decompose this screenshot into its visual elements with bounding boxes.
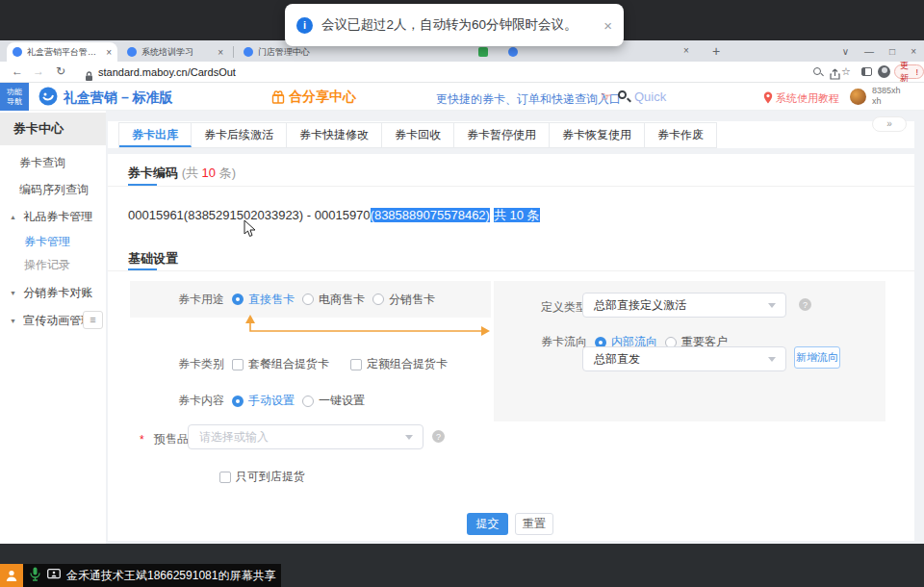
- minimize-icon[interactable]: —: [864, 46, 874, 57]
- main-tabs-group: 券卡出库 券卡后续激活 券卡快捷修改 券卡回收 券卡暂停使用 券卡恢复使用 券卡…: [118, 122, 717, 148]
- radio-selected-icon: [232, 294, 244, 305]
- checkbox-combo-pickup-card[interactable]: 套餐组合提货卡: [232, 356, 329, 372]
- tutorial-link[interactable]: 系统使用教程: [776, 91, 839, 106]
- pointer-finger-icon: ☞: [601, 89, 612, 104]
- flow-select[interactable]: 总部直发: [582, 346, 786, 371]
- url-text[interactable]: standard.maboy.cn/CardsOut: [98, 66, 236, 78]
- meeting-toast: 会议已超过2人，自动转为60分钟限时会议。 ×: [285, 4, 624, 46]
- radio-one-click-setup[interactable]: 一键设置: [302, 393, 365, 409]
- tab-card-quick-edit[interactable]: 券卡快捷修改: [287, 123, 382, 147]
- sidebar-item-operation-log[interactable]: 操作记录: [0, 257, 106, 273]
- share-icon[interactable]: [830, 66, 840, 84]
- sidebar-group-distribution-reconciliation[interactable]: ▼ 分销券卡对账: [0, 285, 106, 301]
- main-tabs-bar: 券卡出库 券卡后续激活 券卡快捷修改 券卡回收 券卡暂停使用 券卡恢复使用 券卡…: [108, 121, 914, 148]
- user-avatar[interactable]: [850, 89, 866, 105]
- hidden-tab-favicon[interactable]: [508, 47, 518, 57]
- count-number: 10: [202, 166, 216, 180]
- tab-favicon: [244, 47, 253, 57]
- microphone-icon[interactable]: [30, 567, 40, 585]
- tab-card-recycle[interactable]: 券卡回收: [382, 123, 454, 147]
- card-content-row: 券卡内容 手动设置 一键设置: [178, 393, 365, 409]
- maximize-icon[interactable]: □: [889, 46, 895, 57]
- chevron-down-icon: [768, 357, 776, 362]
- info-icon: [296, 17, 313, 34]
- sidebar-item-card-management[interactable]: 券卡管理: [0, 234, 106, 250]
- tab-card-suspend[interactable]: 券卡暂停使用: [454, 123, 550, 147]
- tab-close-icon[interactable]: ×: [683, 45, 689, 56]
- section-title-card-codes: 券卡编码 (共 10 条): [128, 165, 236, 182]
- chevron-down-icon: [405, 435, 413, 440]
- sidebar-group-gift-card-management[interactable]: ▲ 礼品券卡管理: [0, 209, 106, 225]
- tab-close-icon[interactable]: ×: [218, 47, 223, 58]
- checkbox-store-pickup-only[interactable]: 只可到店提货: [219, 469, 305, 485]
- zoom-icon[interactable]: [813, 67, 821, 75]
- app-title: 礼盒营销 – 标准版: [64, 89, 173, 107]
- tab-card-resume[interactable]: 券卡恢复使用: [550, 123, 645, 147]
- sidebar: 券卡中心 券卡查询 编码序列查询 ▲ 礼品券卡管理 券卡管理 操作记录 ▼ 分销…: [0, 111, 106, 544]
- card-usage-row: 券卡用途 直接售卡 电商售卡 分销售卡: [130, 281, 491, 318]
- submit-button[interactable]: 提交: [467, 513, 508, 535]
- sidebar-collapse-toggle[interactable]: ≡: [83, 311, 103, 329]
- tab-card-later-activation[interactable]: 券卡后续激活: [192, 123, 287, 147]
- screen-share-icon: [47, 567, 61, 584]
- share-center-link[interactable]: 合分享中心: [271, 89, 356, 106]
- quick-label[interactable]: Quick: [634, 89, 666, 104]
- checkbox-icon: [219, 472, 231, 483]
- quick-search-icon[interactable]: [618, 90, 627, 99]
- browser-update-button[interactable]: 更新 !: [894, 64, 924, 79]
- browser-address-bar: ← → ↻ standard.maboy.cn/CardsOut ☆ 更新 !: [0, 62, 924, 83]
- help-icon[interactable]: [799, 298, 811, 311]
- page-body: 券卡中心 券卡查询 编码序列查询 ▲ 礼品券卡管理 券卡管理 操作记录 ▼ 分销…: [0, 111, 924, 544]
- section-divider: [108, 186, 914, 187]
- content-label: 券卡内容: [178, 393, 224, 409]
- select-placeholder: 请选择或输入: [189, 425, 423, 448]
- new-tab-button[interactable]: +: [712, 43, 720, 59]
- tabs-more-button[interactable]: »: [872, 116, 907, 132]
- toast-message: 会议已超过2人，自动转为60分钟限时会议。: [321, 16, 578, 34]
- browser-tab-2[interactable]: 系统培训学习 ×: [121, 42, 229, 62]
- checkbox-icon: [350, 359, 362, 370]
- chevron-down-icon: [768, 303, 776, 308]
- close-icon[interactable]: ×: [911, 46, 916, 57]
- checkbox-icon: [232, 359, 244, 370]
- radio-selected-icon: [232, 396, 244, 407]
- gift-icon: [271, 90, 285, 104]
- radio-distribution-sale[interactable]: 分销售卡: [372, 292, 435, 308]
- radio-manual-setup[interactable]: 手动设置: [232, 393, 295, 409]
- browser-profile-avatar[interactable]: [878, 65, 890, 78]
- tab-search-chevron-icon[interactable]: ∨: [842, 46, 849, 57]
- side-panel-icon[interactable]: [861, 67, 872, 76]
- back-icon[interactable]: ←: [12, 64, 23, 78]
- tab-card-void[interactable]: 券卡作废: [645, 123, 716, 147]
- triangle-up-icon: ▲: [10, 214, 16, 220]
- presale-brand-select[interactable]: 请选择或输入: [188, 424, 424, 449]
- tab-favicon: [127, 47, 137, 57]
- define-type-select[interactable]: 总部直接定义激活: [582, 293, 786, 318]
- add-flow-button[interactable]: 新增流向: [794, 346, 840, 369]
- screen-share-text: 金禾通技术王斌18662591081的屏幕共享: [66, 568, 275, 584]
- reset-button[interactable]: 重置: [515, 513, 553, 535]
- brand-logo: [38, 87, 58, 106]
- toast-close-icon[interactable]: ×: [603, 17, 612, 34]
- section-title-basic-settings: 基础设置: [128, 250, 178, 268]
- radio-ecommerce-sale[interactable]: 电商售卡: [302, 292, 365, 308]
- checkbox-fixed-combo-pickup-card[interactable]: 定额组合提货卡: [350, 356, 448, 372]
- screen-share-bar: 金禾通技术王斌18662591081的屏幕共享: [0, 564, 281, 587]
- section-divider: [108, 270, 914, 271]
- hidden-tab-favicon[interactable]: [478, 47, 488, 57]
- function-nav-button[interactable]: 功能 导航: [0, 83, 29, 111]
- help-icon[interactable]: [432, 430, 445, 443]
- forward-icon[interactable]: →: [33, 64, 44, 78]
- sidebar-item-card-query[interactable]: 券卡查询: [0, 155, 106, 171]
- sidebar-item-code-sequence-query[interactable]: 编码序列查询: [0, 182, 106, 198]
- bookmark-star-icon[interactable]: ☆: [841, 65, 851, 78]
- radio-direct-sale[interactable]: 直接售卡: [232, 292, 295, 308]
- radio-icon: [302, 294, 314, 305]
- card-code-range[interactable]: 00015961(8385291502033923) - 00015970(83…: [128, 207, 540, 224]
- tab-close-icon[interactable]: ×: [106, 47, 112, 58]
- quick-entry-text[interactable]: 更快捷的券卡、订单和快递查询入口: [436, 91, 621, 108]
- reload-icon[interactable]: ↻: [56, 64, 65, 78]
- define-type-label: 定义类型: [541, 299, 587, 316]
- browser-tab-1[interactable]: 礼盒营销平台管理中心 ×: [7, 42, 117, 62]
- tab-card-outbound[interactable]: 券卡出库: [119, 123, 192, 147]
